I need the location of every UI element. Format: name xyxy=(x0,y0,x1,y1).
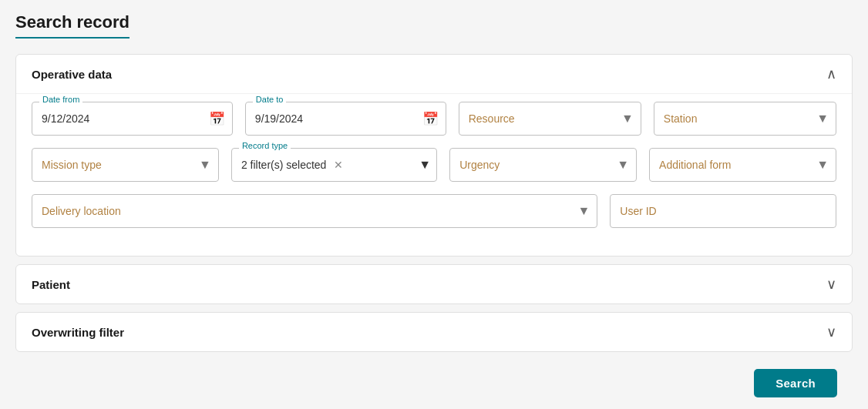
urgency-select[interactable]: Urgency xyxy=(449,148,637,182)
resource-select-wrapper: Resource ▼ xyxy=(459,102,641,136)
page-container: Search record Operative data ∧ Date from… xyxy=(0,0,868,409)
patient-card-header[interactable]: Patient ∨ xyxy=(16,265,852,303)
record-type-input[interactable]: 2 filter(s) selected ✕ xyxy=(231,148,437,182)
additional-form-field: Additional form ▼ xyxy=(649,148,836,182)
overwriting-filter-card: Overwriting filter ∨ xyxy=(15,312,853,352)
patient-card-title: Patient xyxy=(32,278,70,291)
additional-form-select-wrapper: Additional form ▼ xyxy=(649,148,836,182)
record-type-field: Record type 2 filter(s) selected ✕ ▼ xyxy=(231,148,437,182)
date-to-label: Date to xyxy=(253,95,286,104)
mission-type-field: Mission type ▼ xyxy=(32,148,219,182)
mission-type-select-wrapper: Mission type ▼ xyxy=(32,148,219,182)
record-type-value: 2 filter(s) selected xyxy=(241,159,326,171)
overwriting-filter-title: Overwriting filter xyxy=(32,326,124,339)
resource-field: Resource ▼ xyxy=(459,102,641,136)
footer-bar: Search xyxy=(15,360,853,407)
mission-type-select[interactable]: Mission type xyxy=(32,148,219,182)
calendar-icon-from[interactable]: 📅 xyxy=(209,111,225,127)
station-select[interactable]: Station xyxy=(654,102,836,136)
date-from-field: Date from 📅 xyxy=(32,102,233,136)
delivery-location-select-wrapper: Delivery location ▼ xyxy=(32,194,597,228)
search-button[interactable]: Search xyxy=(754,369,837,397)
delivery-location-select[interactable]: Delivery location xyxy=(32,194,597,228)
date-to-field: Date to 📅 xyxy=(245,102,446,136)
date-from-label: Date from xyxy=(39,95,82,104)
delivery-location-field: Delivery location ▼ xyxy=(32,194,597,228)
date-to-input[interactable] xyxy=(245,102,446,136)
patient-chevron-down-icon: ∨ xyxy=(826,276,836,293)
user-id-field xyxy=(610,194,836,228)
form-row-3: Delivery location ▼ xyxy=(32,194,836,228)
page-title: Search record xyxy=(15,12,130,39)
user-id-input[interactable] xyxy=(610,194,836,228)
operative-data-header[interactable]: Operative data ∧ xyxy=(16,55,852,93)
operative-data-body: Date from 📅 Date to 📅 Resource xyxy=(16,93,852,256)
form-row-2: Mission type ▼ Record type 2 filter(s) s… xyxy=(32,148,836,182)
additional-form-select[interactable]: Additional form xyxy=(649,148,836,182)
overwriting-filter-header[interactable]: Overwriting filter ∨ xyxy=(16,313,852,351)
patient-card: Patient ∨ xyxy=(15,264,853,304)
resource-select[interactable]: Resource xyxy=(459,102,641,136)
operative-data-card: Operative data ∧ Date from 📅 Date to 📅 xyxy=(15,54,853,256)
record-type-clear-icon[interactable]: ✕ xyxy=(334,159,343,171)
urgency-field: Urgency ▼ xyxy=(449,148,637,182)
station-select-wrapper: Station ▼ xyxy=(654,102,836,136)
station-field: Station ▼ xyxy=(654,102,836,136)
overwriting-chevron-down-icon: ∨ xyxy=(826,324,836,340)
operative-data-title: Operative data xyxy=(32,68,112,81)
record-type-label: Record type xyxy=(239,141,291,150)
form-row-1: Date from 📅 Date to 📅 Resource xyxy=(32,102,836,136)
chevron-up-icon: ∧ xyxy=(826,65,836,82)
calendar-icon-to[interactable]: 📅 xyxy=(422,111,439,127)
date-from-input[interactable] xyxy=(32,102,233,136)
urgency-select-wrapper: Urgency ▼ xyxy=(449,148,637,182)
